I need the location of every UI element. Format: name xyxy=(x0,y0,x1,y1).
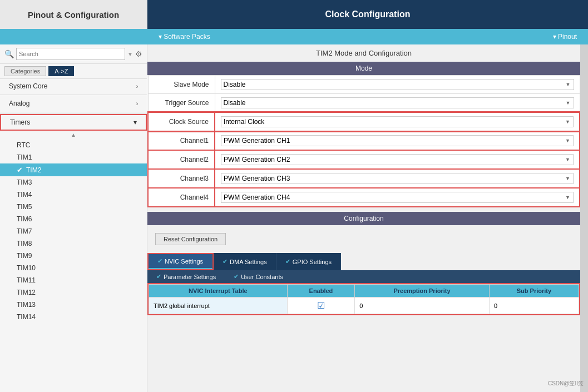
clock-configuration-header: Clock Configuration xyxy=(147,0,588,29)
reset-config-button[interactable]: Reset Configuration xyxy=(155,233,226,245)
timers-section: Timers ▾ ▲ RTC TIM1 ✔ TIM2 TIM3 TIM4 TIM… xyxy=(0,113,147,323)
timer-rtc[interactable]: RTC xyxy=(0,139,147,151)
channel1-select[interactable]: PWM Generation CH1 xyxy=(221,135,574,146)
timer-tim12[interactable]: TIM12 xyxy=(0,286,147,299)
trigger-source-select[interactable]: Disable xyxy=(221,97,574,108)
divider xyxy=(0,112,147,112)
parameter-settings-subtab[interactable]: ✔ Parameter Settings xyxy=(147,270,225,283)
sub-priority-cell: 0 xyxy=(489,297,579,314)
gpio-settings-tab[interactable]: ✔ GPIO Settings xyxy=(276,253,341,270)
slave-mode-select-wrapper: Disable xyxy=(221,79,574,90)
clock-source-select[interactable]: Internal Clock xyxy=(221,116,574,127)
timer-tim4[interactable]: TIM4 xyxy=(0,188,147,201)
main-content: TIM2 Mode and Configuration Mode Slave M… xyxy=(147,44,580,392)
nvic-sub-tabs: ✔ Parameter Settings ✔ User Constants xyxy=(147,270,580,283)
sidebar-section: System Core › Analog › xyxy=(0,79,147,112)
timers-list: RTC TIM1 ✔ TIM2 TIM3 TIM4 TIM5 TIM6 TIM7… xyxy=(0,139,147,323)
channel2-value: PWM Generation CH2 xyxy=(215,150,580,169)
mode-config-table: Slave Mode Disable Trigger Source xyxy=(147,75,580,207)
nvic-interrupt-table: NVIC Interrupt Table Enabled Preemption … xyxy=(149,284,579,314)
preemption-priority-cell: 0 xyxy=(355,297,490,314)
channel2-select[interactable]: PWM Generation CH2 xyxy=(221,154,574,165)
content-title: TIM2 Mode and Configuration xyxy=(147,44,580,62)
chevron-right-icon: › xyxy=(136,83,138,90)
timer-tim6[interactable]: TIM6 xyxy=(0,213,147,225)
channel3-label: Channel3 xyxy=(148,169,215,188)
trigger-source-value: Disable xyxy=(215,94,580,113)
tab-atoz[interactable]: A->Z xyxy=(48,66,74,76)
slave-mode-value: Disable xyxy=(215,76,580,94)
software-packs-link[interactable]: ▾ Software Packs xyxy=(159,33,210,41)
param-check-icon: ✔ xyxy=(156,273,161,280)
timer-tim10[interactable]: TIM10 xyxy=(0,262,147,274)
channel4-select[interactable]: PWM Generation CH4 xyxy=(221,192,574,203)
timer-tim7[interactable]: TIM7 xyxy=(0,225,147,237)
sub-header-right: ▾ Software Packs ▾ Pinout xyxy=(147,29,588,44)
clock-source-row: Clock Source Internal Clock xyxy=(148,112,580,131)
nvic-interrupt-row: TIM2 global interrupt ☑ 0 0 xyxy=(149,297,579,314)
nvic-col-preemption: Preemption Priority xyxy=(355,285,490,297)
nvic-table-border: NVIC Interrupt Table Enabled Preemption … xyxy=(147,283,580,315)
sidebar-item-system-core[interactable]: System Core › xyxy=(0,79,147,93)
dma-settings-tab[interactable]: ✔ DMA Settings xyxy=(214,253,276,270)
check-icon: ✔ xyxy=(17,166,23,174)
slave-mode-row: Slave Mode Disable xyxy=(148,76,580,94)
search-icon: 🔍 xyxy=(4,49,14,58)
config-section-header: Configuration xyxy=(147,212,580,225)
channel4-row: Channel4 PWM Generation CH4 xyxy=(148,188,580,207)
watermark: CSDN@笠II笼 xyxy=(548,380,584,388)
nvic-col-sub: Sub Priority xyxy=(489,285,579,297)
enabled-cell: ☑ xyxy=(287,297,354,314)
timer-tim11[interactable]: TIM11 xyxy=(0,274,147,286)
nvic-check-icon: ✔ xyxy=(157,257,162,265)
channel1-value: PWM Generation CH1 xyxy=(215,131,580,150)
timers-header[interactable]: Timers ▾ xyxy=(0,114,147,131)
timer-tim13[interactable]: TIM13 xyxy=(0,299,147,311)
channel1-row: Channel1 PWM Generation CH1 xyxy=(148,131,580,150)
clock-source-label: Clock Source xyxy=(148,112,215,131)
pinout-configuration-header: Pinout & Configuration xyxy=(0,0,147,29)
channel3-value: PWM Generation CH3 xyxy=(215,169,580,188)
chevron-down-icon: ▾ xyxy=(134,118,137,126)
nvic-settings-tab[interactable]: ✔ NVIC Settings xyxy=(149,254,213,269)
channel3-row: Channel3 PWM Generation CH3 xyxy=(148,169,580,188)
dma-check-icon: ✔ xyxy=(223,258,228,265)
trigger-source-row: Trigger Source Disable xyxy=(148,94,580,113)
timer-tim2[interactable]: ✔ TIM2 xyxy=(0,163,147,176)
user-constants-subtab[interactable]: ✔ User Constants xyxy=(225,270,292,283)
channel4-value: PWM Generation CH4 xyxy=(215,188,580,207)
channel2-label: Channel2 xyxy=(148,150,215,169)
sidebar: 🔍 ▼ ⚙ Categories A->Z System Core › Anal… xyxy=(0,44,147,392)
channel1-label: Channel1 xyxy=(148,131,215,150)
scroll-up-indicator: ▲ xyxy=(0,131,147,139)
timer-tim8[interactable]: TIM8 xyxy=(0,237,147,250)
enabled-checkbox[interactable]: ☑ xyxy=(317,300,325,311)
timer-tim3[interactable]: TIM3 xyxy=(0,176,147,188)
search-bar: 🔍 ▼ ⚙ xyxy=(0,44,147,64)
interrupt-name-cell: TIM2 global interrupt xyxy=(149,297,288,314)
slave-mode-label: Slave Mode xyxy=(148,76,215,94)
nvic-col-enabled: Enabled xyxy=(287,285,354,297)
chevron-right-icon: › xyxy=(136,101,138,107)
slave-mode-select[interactable]: Disable xyxy=(221,79,574,90)
timer-tim14[interactable]: TIM14 xyxy=(0,311,147,323)
user-check-icon: ✔ xyxy=(234,273,239,280)
channel4-label: Channel4 xyxy=(148,188,215,207)
scrollbar[interactable] xyxy=(580,44,588,392)
nvic-table-header-row: NVIC Interrupt Table Enabled Preemption … xyxy=(149,285,579,297)
pinout-link[interactable]: ▾ Pinout xyxy=(553,33,577,41)
timer-tim5[interactable]: TIM5 xyxy=(0,201,147,213)
divider xyxy=(0,95,147,95)
timer-tim9[interactable]: TIM9 xyxy=(0,250,147,262)
sidebar-item-analog[interactable]: Analog › xyxy=(0,96,147,111)
gear-icon[interactable]: ⚙ xyxy=(135,49,142,58)
search-input[interactable] xyxy=(16,48,125,60)
config-section: Configuration Reset Configuration ✔ NVIC… xyxy=(147,212,580,315)
tab-categories[interactable]: Categories xyxy=(4,66,46,76)
tab-bar: Categories A->Z xyxy=(0,64,147,79)
timer-tim1[interactable]: TIM1 xyxy=(0,151,147,163)
trigger-source-label: Trigger Source xyxy=(148,94,215,113)
nvic-settings-tab-border: ✔ NVIC Settings xyxy=(147,253,214,270)
channel3-select[interactable]: PWM Generation CH3 xyxy=(221,173,574,184)
clock-source-value: Internal Clock xyxy=(215,112,580,131)
